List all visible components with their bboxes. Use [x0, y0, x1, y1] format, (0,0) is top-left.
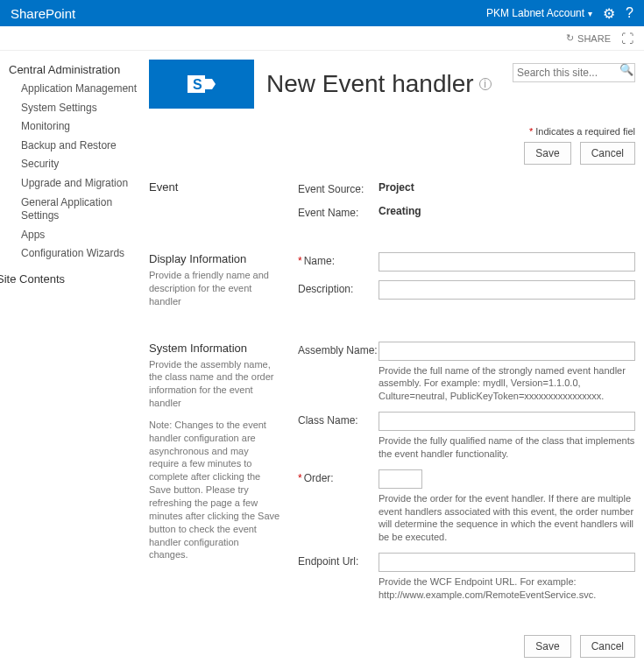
required-note: * Indicates a required fiel: [149, 126, 635, 137]
chevron-down-icon: ▾: [588, 9, 592, 18]
class-hint: Provide the fully qualified name of the …: [379, 434, 635, 461]
class-input[interactable]: [379, 412, 635, 431]
section-system-title: System Information: [149, 342, 280, 355]
nav-item-backup-restore[interactable]: Backup and Restore: [9, 137, 144, 156]
account-name: PKM Labnet Account: [486, 7, 584, 19]
event-source-label: Event Source:: [298, 180, 379, 195]
endpoint-label: Endpoint Url:: [298, 553, 379, 568]
nav-heading-site-contents[interactable]: Site Contents: [0, 272, 144, 286]
sharepoint-logo: S: [149, 60, 254, 109]
display-name-label: *Name:: [298, 252, 379, 267]
section-system-note: Note: Changes to the event handler confi…: [149, 419, 280, 561]
suite-brand: SharePoint: [11, 6, 75, 21]
assembly-hint: Provide the full name of the strongly na…: [379, 364, 635, 404]
display-name-input[interactable]: [379, 252, 635, 272]
required-note-text: Indicates a required fiel: [535, 126, 635, 137]
nav-item-security[interactable]: Security: [9, 155, 144, 174]
event-source-value: Project: [379, 181, 414, 194]
search-input[interactable]: [513, 63, 635, 82]
search-icon[interactable]: 🔍: [619, 63, 633, 76]
display-desc-label: Description:: [298, 280, 379, 295]
ribbon-row: ↻ SHARE ⛶: [0, 26, 644, 51]
main-content: S New Event handler i 🔍 * Indicates a re…: [149, 60, 635, 663]
event-name-value: Creating: [379, 205, 421, 217]
svg-text:S: S: [193, 77, 202, 92]
nav-item-config-wizards[interactable]: Configuration Wizards: [9, 244, 144, 264]
endpoint-hint: Provide the WCF Endpoint URL. For exampl…: [379, 575, 635, 602]
event-name-label: Event Name:: [298, 204, 379, 219]
nav-item-general-settings[interactable]: General Application Settings: [9, 194, 144, 226]
order-input[interactable]: [379, 469, 422, 489]
cancel-button-top[interactable]: Cancel: [580, 142, 635, 165]
order-hint: Provide the order for the event handler.…: [379, 492, 635, 544]
section-display-title: Display Information: [149, 252, 280, 265]
cancel-button-bottom[interactable]: Cancel: [580, 635, 635, 658]
section-event-title: Event: [149, 180, 280, 194]
save-button-top[interactable]: Save: [524, 142, 571, 165]
save-button-bottom[interactable]: Save: [524, 635, 571, 658]
nav-item-apps[interactable]: Apps: [9, 226, 144, 245]
share-icon: ↻: [566, 32, 574, 44]
page-title: New Event handler i: [266, 70, 492, 98]
nav-heading-central-admin[interactable]: Central Administration: [9, 63, 144, 76]
class-label: Class Name:: [298, 412, 379, 427]
endpoint-input[interactable]: [379, 553, 635, 572]
assembly-label: Assembly Name:: [298, 342, 379, 356]
assembly-input[interactable]: [379, 342, 635, 361]
nav-item-upgrade-migration[interactable]: Upgrade and Migration: [9, 174, 144, 194]
focus-icon[interactable]: ⛶: [621, 32, 633, 46]
account-menu[interactable]: PKM Labnet Account ▾: [486, 7, 592, 19]
share-button[interactable]: ↻ SHARE: [566, 32, 611, 44]
share-label: SHARE: [577, 33, 611, 44]
search-wrap: 🔍: [513, 63, 635, 82]
gear-icon[interactable]: ⚙: [603, 5, 615, 22]
section-display-desc: Provide a friendly name and description …: [149, 269, 280, 308]
suite-bar: SharePoint PKM Labnet Account ▾ ⚙ ?: [0, 0, 644, 26]
order-label: *Order:: [298, 469, 379, 484]
info-icon[interactable]: i: [479, 78, 492, 90]
nav-item-monitoring[interactable]: Monitoring: [9, 117, 144, 137]
display-desc-input[interactable]: [379, 280, 635, 300]
nav-item-system-settings[interactable]: System Settings: [9, 99, 144, 118]
page-title-text: New Event handler: [266, 70, 474, 98]
nav-item-app-mgmt[interactable]: Application Management: [9, 80, 144, 99]
section-system-desc: Provide the assembly name, the class nam…: [149, 358, 280, 410]
help-icon[interactable]: ?: [626, 5, 633, 21]
side-nav: Central Administration Application Manag…: [9, 60, 149, 663]
